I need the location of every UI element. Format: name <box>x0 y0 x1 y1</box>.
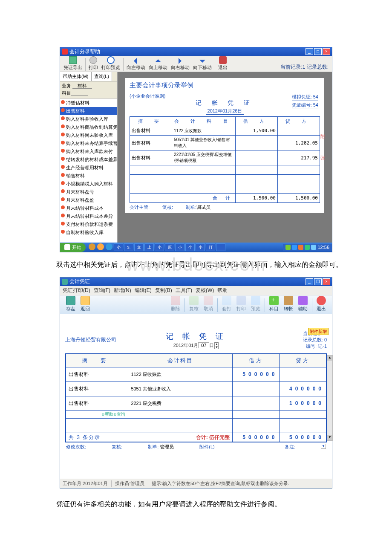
taskbar-item[interactable]: S. <box>124 243 133 251</box>
taskbar-item[interactable]: 小 <box>175 243 184 251</box>
table-row[interactable]: 出售材料5051 其他业务收入400000 <box>66 382 326 396</box>
sidebar-item[interactable]: 购入材料尚未验收入库 <box>60 131 117 139</box>
work-period: 工作年月:2012年01月 <box>63 480 112 487</box>
close-button[interactable]: × <box>323 48 330 55</box>
sidebar-item[interactable]: 销售材料 <box>60 172 117 180</box>
menu-item[interactable]: 新增(N) <box>114 287 131 294</box>
sidebar-item[interactable]: 月末结转材料成本差异 <box>60 212 117 220</box>
sidebar-item[interactable]: 出售材料 <box>60 107 117 115</box>
start-button[interactable]: 开始 <box>60 243 86 252</box>
sidebar-tab-query[interactable]: 查询(L) <box>92 72 112 81</box>
menu-item[interactable]: 编辑(E) <box>135 287 152 294</box>
tray-icon[interactable] <box>311 245 316 250</box>
exit-button[interactable]: 退出 <box>216 56 229 71</box>
sidebar-item[interactable]: 购入材料并验收入库 <box>60 115 117 123</box>
quick-launch-icon[interactable] <box>106 243 112 250</box>
biz-label: 业务 <box>62 83 71 88</box>
save-button[interactable]: 存盘 <box>63 296 78 312</box>
sidebar-item[interactable]: 月末材料盘亏 <box>60 188 117 196</box>
taskbar-item[interactable]: 原 <box>165 243 174 251</box>
move-right-button[interactable]: 向右移动 <box>169 58 191 71</box>
menu-item[interactable]: 查询(F) <box>94 287 110 294</box>
menu-item[interactable]: 帮助 <box>217 287 228 294</box>
move-down-button[interactable]: 向下移动 <box>191 58 213 71</box>
menu-item[interactable]: 工具(T) <box>176 287 192 294</box>
attachment[interactable]: 附件(L) <box>199 444 214 450</box>
col-subject: 会计科目 <box>128 354 233 367</box>
restore-icon <box>189 296 199 305</box>
sidebar-item[interactable]: 生产经营领用材料 <box>60 164 117 172</box>
vertical-scrollbar[interactable]: ▲ ▼ <box>327 355 333 441</box>
taskbar-item[interactable]: 个 <box>185 243 195 251</box>
taskbar-item[interactable]: 上 <box>144 243 154 251</box>
subject-label: 科目 <box>62 90 71 95</box>
minimize-button[interactable]: _ <box>306 278 313 285</box>
tray-icon[interactable] <box>305 245 310 250</box>
taskbar-item[interactable]: 打 <box>206 243 215 251</box>
print-button[interactable]: 打印 <box>87 56 100 71</box>
table-row[interactable] <box>130 175 320 184</box>
table-row[interactable] <box>130 184 320 194</box>
attachment-add-button[interactable]: 附件新增 <box>308 328 329 335</box>
taskbar-item[interactable]: 文 <box>134 243 144 251</box>
subject-value[interactable] <box>71 90 88 96</box>
title-bar[interactable]: 会计凭证 _ ❐ × <box>60 278 332 286</box>
col-summary: 摘 要 <box>66 354 128 367</box>
sidebar-item[interactable]: 冲暂估材料 <box>60 99 117 107</box>
tray-icon[interactable] <box>292 245 297 250</box>
menu-item[interactable]: 凭证打印(D) <box>63 287 90 294</box>
date-day-input[interactable] <box>198 342 209 348</box>
sidebar-item[interactable]: 月末结转材料成本 <box>60 204 117 212</box>
sidebar-item[interactable]: 月末材料盘盈 <box>60 196 117 204</box>
tray-icon[interactable] <box>298 245 303 250</box>
move-up-button[interactable]: 向上移动 <box>147 58 169 71</box>
sidebar-tab-main[interactable]: 帮助主体(M) <box>60 72 92 81</box>
aux-button[interactable]: 辅助 <box>296 296 310 312</box>
table-row[interactable] <box>130 165 320 175</box>
sidebar-item[interactable]: 支付材料价款和运杂费 <box>60 220 117 228</box>
menu-item[interactable]: 复制(B) <box>155 287 172 294</box>
taskbar-item[interactable] <box>216 243 225 251</box>
move-left-button[interactable]: 向左移动 <box>125 58 147 71</box>
close-button[interactable]: × <box>323 278 330 285</box>
memo-dropdown[interactable]: ▼ <box>321 444 326 449</box>
col-debit: 借 方 <box>235 117 277 126</box>
taskbar-item[interactable]: 小 <box>155 243 164 251</box>
export-voucher-button[interactable]: 凭证导出 <box>62 56 84 71</box>
exit-icon <box>317 296 326 305</box>
voucher-paper[interactable]: 主要会计事项分录举例 (小企业会计准则) 记 帐 凭 证 2012年01月26日… <box>125 78 324 213</box>
date-spinner[interactable]: ▲▼ <box>214 342 219 349</box>
restore-button[interactable]: ❐ <box>314 278 322 285</box>
table-row[interactable]: 出售材料2221\01\05 应交税费\应交增值税\销项税额217.95 <box>130 150 320 165</box>
sidebar-item[interactable]: 自制材料验收入库 <box>60 228 117 237</box>
table-row[interactable]: 出售材料1122 应收账款500000 <box>66 367 326 382</box>
transfer-button[interactable]: 转帐 <box>281 296 296 312</box>
quick-launch-icon[interactable] <box>89 243 95 250</box>
table-row[interactable] <box>66 418 326 433</box>
tray-icon[interactable] <box>285 245 291 250</box>
back-button[interactable]: 返回 <box>78 296 92 312</box>
exit-button[interactable]: 退出 <box>314 296 329 312</box>
sidebar-item[interactable]: 购入材料未办结算手续暂估 <box>60 139 117 147</box>
sidebar-item[interactable]: 小规模纳税人购入材料 <box>60 180 117 188</box>
minimize-button[interactable]: _ <box>306 48 313 55</box>
menu-item[interactable]: 复核(W) <box>196 287 214 294</box>
taskbar-item[interactable]: 小 <box>196 243 205 251</box>
title-bar[interactable]: 会计分录帮助 _ □ × <box>60 47 332 56</box>
system-tray[interactable]: 12:56 <box>283 244 332 251</box>
col-credit: 贷方 <box>280 354 326 367</box>
table-row[interactable]: 出售材料1122 应收账款1,500.00 <box>130 126 320 136</box>
sidebar-item[interactable]: 购入材料商品收到结算凭证 <box>60 123 117 131</box>
print-preview-button[interactable]: 打印预览 <box>100 56 122 71</box>
table-row[interactable]: 出售材料5051\01 其他业务收入\销售材料收入1,282.05 <box>130 136 320 150</box>
taskbar-item[interactable]: 小 <box>114 243 123 251</box>
sidebar-list: 冲暂估材料出售材料购入材料并验收入库购入材料商品收到结算凭证购入材料尚未验收入库… <box>60 99 117 237</box>
quick-launch-icon[interactable] <box>97 243 104 250</box>
biz-value[interactable]: 材料 <box>72 83 92 89</box>
maximize-button[interactable]: □ <box>314 48 322 55</box>
sidebar-item[interactable]: 结转发料的材料成本差异 <box>60 156 117 164</box>
sidebar-item[interactable]: 购入材料未入库款未付 <box>60 147 117 156</box>
table-row[interactable]: 出售材料2221 应交税费100000 <box>66 396 326 410</box>
subject-button[interactable]: 科目 <box>267 296 281 312</box>
print-icon <box>89 56 97 64</box>
